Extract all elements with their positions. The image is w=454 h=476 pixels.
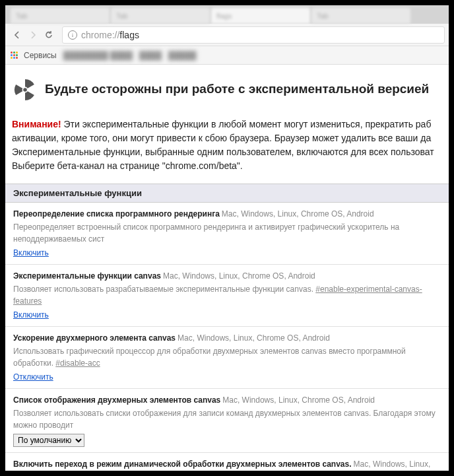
hazard-icon <box>12 77 38 106</box>
flag-hash-link[interactable]: #enable-experimental-canvas-features <box>13 285 422 306</box>
forward-button[interactable] <box>25 27 41 43</box>
flag-description: Использовать графический процессор для о… <box>13 345 441 369</box>
flag-title: Экспериментальные функции canvas <box>13 271 161 281</box>
flag-select[interactable]: По умолчанию <box>13 434 84 447</box>
apps-shortcut[interactable]: Сервисы <box>11 51 57 60</box>
bookmark-item[interactable]: ████████ ████ <box>63 51 133 60</box>
flag-platforms: Mac, Windows, Linux, Chrome OS, Android <box>178 333 330 343</box>
flag-item: Экспериментальные функции canvasMac, Win… <box>5 265 449 327</box>
section-header: Экспериментальные функции <box>5 184 449 203</box>
warning-header: Будьте осторожны при работе с эксперимен… <box>5 65 449 115</box>
bookmark-item[interactable]: █████ <box>168 51 197 60</box>
flag-description: Позволяет использовать разрабатываемые э… <box>13 283 441 307</box>
page-content: Будьте осторожны при работе с эксперимен… <box>5 65 449 471</box>
url-scheme: chrome:// <box>81 30 119 40</box>
warning-label: Внимание! <box>12 119 61 129</box>
flag-description: Позволяет использовать списки отображени… <box>13 407 441 431</box>
flag-title: Список отображения двухмерных элементов … <box>13 395 220 405</box>
flag-enable-link[interactable]: Включить <box>13 247 49 259</box>
site-info-icon[interactable]: i <box>68 30 77 40</box>
flag-item: Ускорение двухмерного элемента canvasMac… <box>5 327 449 389</box>
browser-tab-active[interactable]: flags <box>211 8 310 24</box>
flag-platforms: Mac, Windows, Linux, Chrome OS, Android <box>163 271 315 281</box>
flag-item: Переопределение списка программного ренд… <box>5 203 449 265</box>
browser-tab[interactable]: Tab <box>111 8 210 24</box>
flag-disable-link[interactable]: Отключить <box>13 371 53 383</box>
back-button[interactable] <box>9 27 25 43</box>
flag-hash-link[interactable]: #disable-acc <box>55 358 100 368</box>
tab-strip: Tab Tab flags Tab <box>5 5 449 24</box>
flag-platforms: Mac, Windows, Linux, Chrome OS, Android <box>222 395 375 405</box>
flag-item: Включить переход в режим динамической об… <box>5 453 449 471</box>
toolbar: i chrome://flags <box>5 24 449 46</box>
browser-tab[interactable]: Tab <box>11 8 110 24</box>
flag-item: Список отображения двухмерных элементов … <box>5 389 449 453</box>
flag-title: Переопределение списка программного ренд… <box>13 209 220 219</box>
reload-button[interactable] <box>41 27 57 43</box>
url-path: flags <box>119 30 139 40</box>
flag-enable-link[interactable]: Включить <box>13 309 49 321</box>
warning-body: Эти экспериментальные функции в любой мо… <box>12 119 434 171</box>
browser-tab[interactable]: Tab <box>311 8 410 24</box>
address-bar[interactable]: i chrome://flags <box>62 26 445 44</box>
warning-text: Внимание! Эти экспериментальные функции … <box>5 115 449 184</box>
browser-window: Tab Tab flags Tab i chrome://flags Серви… <box>5 5 449 471</box>
flag-title: Включить переход в режим динамической об… <box>13 459 352 469</box>
flags-list: Переопределение списка программного ренд… <box>5 203 449 471</box>
bookmark-item[interactable]: ████ <box>139 51 162 60</box>
page-title: Будьте осторожны при работе с эксперимен… <box>45 77 429 96</box>
flag-platforms: Mac, Windows, Linux, Chrome OS, Android <box>222 209 374 219</box>
apps-icon <box>11 51 18 59</box>
flag-title: Ускорение двухмерного элемента canvas <box>13 333 176 343</box>
bookmarks-bar: Сервисы ████████ ████ ████ █████ <box>5 46 449 65</box>
flag-description: Переопределяет встроенный список програм… <box>13 221 441 245</box>
svg-point-2 <box>23 88 27 92</box>
apps-label: Сервисы <box>24 51 57 60</box>
